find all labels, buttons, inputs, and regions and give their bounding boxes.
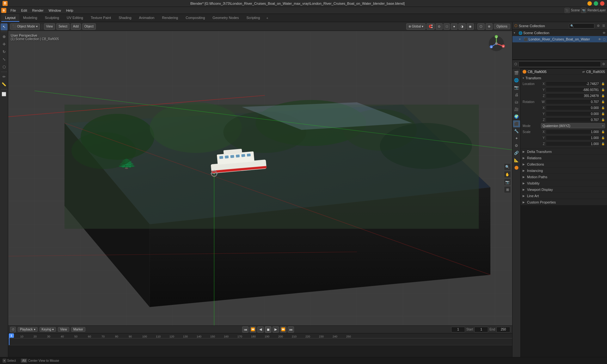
outliner-filter[interactable]: ⚙ [597,24,600,27]
start-frame-input[interactable] [474,327,488,332]
tab-shading[interactable]: Shading [115,14,135,22]
tool-rotate[interactable]: ↻ [1,48,8,55]
rotation-w-input[interactable]: 0.707 [546,99,600,104]
jump-start-btn[interactable]: ⏮ [242,326,248,333]
viewport-display-row[interactable]: ▶ Viewport Display [521,186,607,193]
prop-particles-icon[interactable]: ✦ [513,135,520,142]
vis-icon[interactable]: 👁 [603,31,606,35]
tool-scale[interactable]: ⤡ [1,56,8,63]
tab-uv-editing[interactable]: UV Editing [63,14,87,22]
viewport-shading-render[interactable]: ◉ [467,23,474,30]
location-y-input[interactable]: -680.93781 [546,87,600,92]
prev-frame-btn[interactable]: ◀ [257,326,264,333]
properties-search[interactable] [518,61,601,67]
tab-modeling[interactable]: Modeling [19,14,41,22]
viewport-overlays-btn[interactable]: ⬡ [477,23,485,30]
prop-data-icon[interactable]: 📐 [513,157,520,164]
play-btn[interactable]: ▶ [273,326,279,333]
prop-constraints-icon[interactable]: 🔗 [513,149,520,156]
current-frame-input[interactable] [451,327,465,332]
loc-z-lock[interactable]: 🔓 [601,94,605,98]
marker-menu[interactable]: Marker [71,327,85,332]
scale-z-lock[interactable]: 🔓 [601,142,605,146]
tool-add[interactable]: ⬜ [1,91,8,98]
scale-z-input[interactable]: 1.000 [546,141,600,146]
tool-move[interactable]: ✛ [1,41,8,48]
mode-selector[interactable]: ⬛ Object Mode ▾ [10,23,40,30]
vis-icon-2[interactable]: 👁 [598,38,601,41]
menu-file[interactable]: File [8,8,18,13]
viewport-object-menu[interactable]: Object [82,23,96,30]
prop-modifier-icon[interactable]: 🔧 [513,128,520,135]
visibility-row[interactable]: ▶ Visibility [521,180,607,186]
outliner-scene-collection[interactable]: ▾ 🌐 Scene Collection 👁 [512,30,607,36]
rotation-y-input[interactable]: 0.000 [546,111,600,116]
loc-x-lock[interactable]: 🔓 [601,82,605,86]
tab-scripting[interactable]: Scripting [242,14,264,22]
location-z-input[interactable]: 355.24878 [546,93,600,98]
delta-transform-row[interactable]: ▶ Delta Transform [521,149,607,155]
prop-scene3-icon[interactable]: 🎥 [513,106,520,113]
prop-physics-icon[interactable]: ⚙ [513,142,520,149]
close-button[interactable] [600,1,604,6]
tab-sculpting[interactable]: Sculpting [41,14,63,22]
playback-menu[interactable]: Playback ▾ [18,327,38,332]
instancing-row[interactable]: ▶ Instancing [521,167,607,174]
rot-y-lock[interactable]: 🔓 [601,112,605,116]
tab-layout[interactable]: Layout [1,14,19,22]
rotation-mode-dropdown[interactable]: Quaternion (WXYZ) ▾ [541,123,605,128]
loc-y-lock[interactable]: 🔓 [601,88,605,92]
props-options[interactable]: ⚙ [602,62,605,66]
rot-z-lock[interactable]: 🔓 [601,118,605,122]
tab-rendering[interactable]: Rendering [158,14,182,22]
scale-y-lock[interactable]: 🔓 [601,136,605,140]
scale-y-input[interactable]: 1.000 [546,135,600,140]
prop-world-icon[interactable]: 🌍 [513,113,520,120]
menu-render[interactable]: Render [30,8,46,13]
motion-paths-row[interactable]: ▶ Motion Paths [521,174,607,180]
zoom-tool[interactable]: 🔍 [504,163,511,170]
viewport-options-btn[interactable]: Options [494,24,510,29]
grid-tool[interactable]: ⊞ [504,186,511,193]
prop-material-icon[interactable]: ⬤ [513,164,520,171]
tool-select[interactable]: ↖ [1,23,8,30]
navigation-gizmo[interactable]: Y X Z [487,34,506,53]
rotation-x-input[interactable]: 0.000 [546,105,600,110]
viewport-overlay-btn[interactable]: ⊕ Global ▾ [406,23,426,30]
end-frame-input[interactable] [496,327,510,332]
outliner-options[interactable]: ☰ [602,24,605,27]
rotation-z-input[interactable]: 0.707 [546,117,600,122]
tab-compositing[interactable]: Compositing [182,14,209,22]
tool-annotate[interactable]: ✏ [1,73,8,80]
collections-row[interactable]: ▶ Collections [521,161,607,167]
viewport-shading-solid[interactable]: ● [451,23,457,30]
current-frame-marker[interactable]: 1 [9,333,14,338]
snap-btn[interactable]: 🧲 [426,23,435,30]
maximize-button[interactable] [594,1,598,6]
viewport-select-menu[interactable]: Select [56,23,70,30]
tab-animation[interactable]: Animation [135,14,158,22]
prop-object-icon[interactable]: ⬛ [513,120,520,127]
transform-header[interactable]: ▾ Transform [523,76,605,80]
relations-row[interactable]: ▶ Relations [521,155,607,161]
tool-measure[interactable]: 📏 [1,81,8,88]
viewport-canvas[interactable]: Y X Z User Perspective (1) Scene Collect… [8,31,512,325]
viewport-view-menu[interactable]: View [44,23,55,30]
prop-output-icon[interactable]: 🖨 [513,91,520,98]
next-frame-btn[interactable]: ⏩ [280,326,286,333]
scale-x-input[interactable]: 1.000 [546,129,600,134]
viewport-shading-wire[interactable]: □ [444,23,450,30]
tool-transform[interactable]: ⬡ [1,64,8,70]
proportional-btn[interactable]: ⊙ [436,23,443,30]
jump-back-btn[interactable]: ⏪ [250,326,256,333]
menu-help[interactable]: Help [64,8,76,13]
tab-texture-paint[interactable]: Texture Paint [87,14,115,22]
minimize-button[interactable] [587,1,592,6]
outliner-boat-object[interactable]: ▾ ⬛ London_River_Cruises_Boat_on_Water 👁… [512,36,607,42]
timeline-track[interactable] [8,345,512,357]
menu-window[interactable]: Window [46,8,63,13]
jump-end-btn[interactable]: ⏭ [288,326,294,333]
rot-x-lock[interactable]: 🔓 [601,106,605,110]
tab-geometry-nodes[interactable]: Geometry Nodes [209,14,242,22]
add-workspace-button[interactable]: + [264,14,271,22]
